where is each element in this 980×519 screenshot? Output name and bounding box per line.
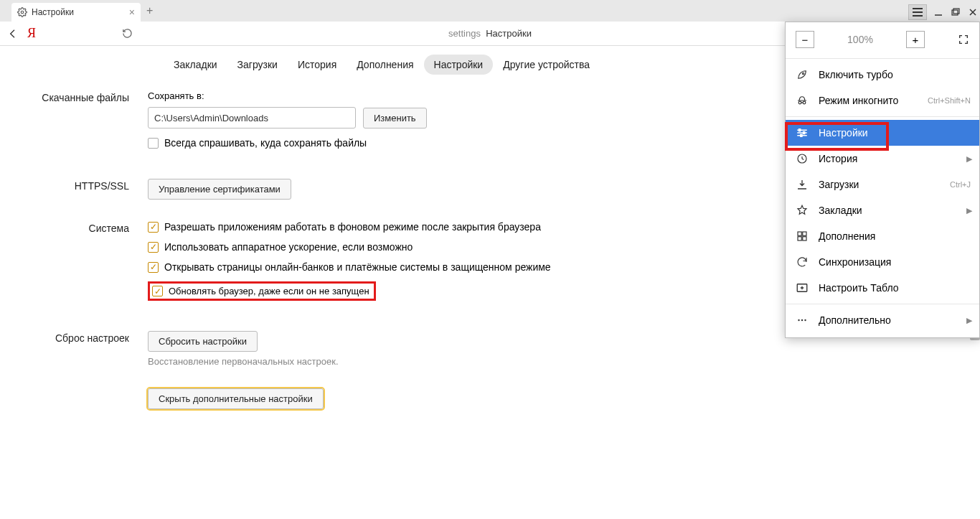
section-label-https: HTTPS/SSL xyxy=(0,179,148,192)
system-label-1: Использовать аппаратное ускорение, если … xyxy=(164,241,413,253)
star-icon xyxy=(796,204,809,217)
menu-shortcut: Ctrl+Shift+N xyxy=(928,96,971,105)
menu-label: Включить турбо xyxy=(819,69,893,80)
menu-item-addons[interactable]: Дополнения xyxy=(786,223,979,249)
system-checkbox-3[interactable] xyxy=(152,286,163,296)
menu-item-sync[interactable]: Синхронизация xyxy=(786,249,979,275)
menu-item-rocket[interactable]: Включить турбо xyxy=(786,62,979,88)
history-icon xyxy=(796,152,809,165)
incognito-icon xyxy=(796,94,809,107)
system-checkbox-2[interactable] xyxy=(148,262,159,273)
zoom-row: − 100% + xyxy=(786,22,979,55)
yandex-logo[interactable]: Я xyxy=(27,26,36,41)
back-button[interactable] xyxy=(6,28,20,39)
nav-item-1[interactable]: Загрузки xyxy=(227,55,288,75)
main-menu-button[interactable] xyxy=(908,4,927,20)
svg-point-5 xyxy=(803,101,806,104)
reload-button[interactable] xyxy=(122,28,133,39)
reset-settings-button[interactable]: Сбросить настройки xyxy=(148,331,258,352)
manage-certificates-button[interactable]: Управление сертификатами xyxy=(148,179,291,200)
rocket-icon xyxy=(796,68,809,81)
nav-item-3[interactable]: Дополнения xyxy=(347,55,423,75)
submenu-arrow-icon: ▶ xyxy=(966,154,972,164)
download-icon xyxy=(796,178,809,191)
svg-rect-13 xyxy=(803,237,806,240)
hide-advanced-button[interactable]: Скрыть дополнительные настройки xyxy=(148,388,324,409)
svg-point-17 xyxy=(804,319,806,321)
menu-label: Дополнения xyxy=(819,230,875,242)
always-ask-label: Всегда спрашивать, куда сохранять файлы xyxy=(164,137,367,149)
menu-shortcut: Ctrl+J xyxy=(950,180,971,189)
menu-item-sliders[interactable]: Настройки xyxy=(786,120,979,146)
address-text[interactable]: settings Настройки xyxy=(448,28,532,39)
svg-rect-8 xyxy=(801,134,802,136)
nav-item-0[interactable]: Закладки xyxy=(164,55,227,75)
svg-rect-6 xyxy=(799,129,801,131)
nav-item-5[interactable]: Другие устройства xyxy=(493,55,600,75)
always-ask-checkbox[interactable] xyxy=(148,138,159,149)
addons-icon xyxy=(796,230,809,243)
tableau-icon xyxy=(796,281,809,294)
svg-rect-2 xyxy=(953,9,959,14)
change-path-button[interactable]: Изменить xyxy=(363,108,427,128)
submenu-arrow-icon: ▶ xyxy=(966,206,972,215)
svg-point-16 xyxy=(801,319,803,321)
tab-close-icon[interactable]: × xyxy=(129,6,135,18)
system-label-2: Открывать страницы онлайн-банков и платё… xyxy=(164,261,551,273)
svg-point-15 xyxy=(798,319,799,321)
menu-label: История xyxy=(819,153,857,164)
zoom-level: 100% xyxy=(847,34,873,45)
maximize-button[interactable] xyxy=(950,6,961,18)
section-label-reset: Сброс настроек xyxy=(0,331,148,344)
nav-item-2[interactable]: История xyxy=(288,55,347,75)
menu-label: Закладки xyxy=(819,205,862,216)
menu-label: Загрузки xyxy=(819,179,859,190)
menu-item-history[interactable]: История▶ xyxy=(786,146,979,172)
zoom-in-button[interactable]: + xyxy=(906,31,925,48)
close-window-button[interactable] xyxy=(967,6,979,18)
section-label-downloads: Скачанные файлы xyxy=(0,90,148,103)
svg-point-3 xyxy=(802,73,804,74)
svg-rect-7 xyxy=(804,132,805,134)
tab-title: Настройки xyxy=(32,7,125,17)
menu-label: Дополнительно xyxy=(819,314,891,326)
system-checkbox-0[interactable] xyxy=(148,222,159,233)
minimize-button[interactable] xyxy=(933,6,944,18)
sync-icon xyxy=(796,256,809,268)
menu-label: Режим инкогнито xyxy=(819,95,898,106)
system-option-3[interactable]: Обновлять браузер, даже если он не запущ… xyxy=(148,281,376,301)
reset-note: Восстановление первоначальных настроек. xyxy=(148,356,980,367)
menu-item-incognito[interactable]: Режим инкогнитоCtrl+Shift+N xyxy=(786,88,979,113)
menu-item-dots[interactable]: Дополнительно▶ xyxy=(786,307,979,333)
system-label-0: Разрешать приложениям работать в фоновом… xyxy=(164,221,541,233)
svg-rect-12 xyxy=(798,237,801,240)
section-label-system: Система xyxy=(0,221,148,234)
menu-item-star[interactable]: Закладки▶ xyxy=(786,197,979,223)
svg-rect-11 xyxy=(803,232,806,235)
new-tab-button[interactable]: + xyxy=(146,4,153,17)
menu-item-download[interactable]: ЗагрузкиCtrl+J xyxy=(786,172,979,197)
titlebar: Настройки × + xyxy=(0,0,980,22)
tab-settings[interactable]: Настройки × xyxy=(11,3,141,22)
menu-label: Настройки xyxy=(819,127,868,139)
sliders-icon xyxy=(796,126,809,139)
submenu-arrow-icon: ▶ xyxy=(966,316,972,325)
svg-point-0 xyxy=(21,11,24,14)
svg-point-4 xyxy=(798,101,801,104)
section-hide-advanced: Скрыть дополнительные настройки xyxy=(0,388,980,409)
download-path-input[interactable] xyxy=(148,107,356,128)
svg-rect-10 xyxy=(798,232,801,235)
system-label-3: Обновлять браузер, даже если он не запущ… xyxy=(169,286,369,296)
fullscreen-button[interactable] xyxy=(958,34,969,45)
nav-item-4[interactable]: Настройки xyxy=(424,55,494,75)
system-checkbox-1[interactable] xyxy=(148,242,159,253)
svg-rect-1 xyxy=(952,10,958,15)
window-controls xyxy=(908,4,979,20)
menu-label: Настроить Табло xyxy=(819,282,899,294)
dots-icon xyxy=(796,314,809,327)
menu-label: Синхронизация xyxy=(819,256,891,268)
main-menu-popup: − 100% + Включить турбоРежим инкогнитоCt… xyxy=(785,22,980,338)
zoom-out-button[interactable]: − xyxy=(796,31,814,48)
gear-icon xyxy=(17,7,27,17)
menu-item-tableau[interactable]: Настроить Табло xyxy=(786,275,979,301)
